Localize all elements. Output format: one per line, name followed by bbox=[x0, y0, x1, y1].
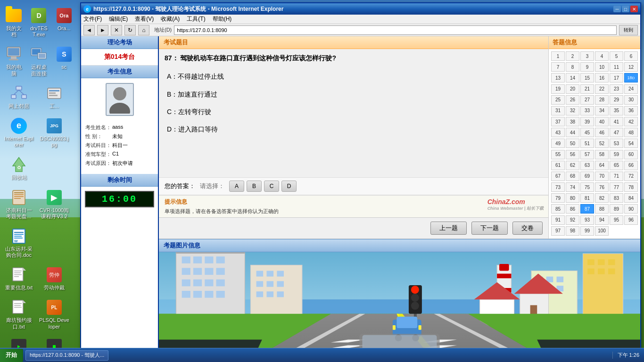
answer-grid-cell-17[interactable]: 17 bbox=[610, 73, 623, 82]
answer-grid-cell-99[interactable]: 99 bbox=[580, 226, 594, 236]
submit-exam-button[interactable]: 交卷 bbox=[512, 222, 543, 235]
answer-grid-cell-41[interactable]: 41 bbox=[610, 117, 623, 126]
desktop-icon-oracle[interactable]: Ora Ora... bbox=[53, 5, 75, 40]
stop-button[interactable]: ✕ bbox=[111, 25, 122, 35]
answer-grid-cell-98[interactable]: 98 bbox=[566, 226, 579, 236]
answer-grid-cell-21[interactable]: 21 bbox=[580, 84, 594, 94]
answer-btn-a[interactable]: A bbox=[229, 181, 244, 192]
answer-grid-cell-58[interactable]: 58 bbox=[595, 150, 609, 159]
answer-grid-cell-63[interactable]: 63 bbox=[580, 161, 594, 170]
answer-grid-cell-82[interactable]: 82 bbox=[595, 193, 609, 203]
answer-grid-cell-91[interactable]: 91 bbox=[551, 215, 565, 225]
answer-grid-cell-52[interactable]: 52 bbox=[595, 139, 609, 148]
close-button[interactable]: ✕ bbox=[630, 6, 638, 12]
menu-tools[interactable]: 工具(T) bbox=[187, 15, 205, 23]
answer-grid-cell-79[interactable]: 79 bbox=[551, 193, 565, 203]
answer-grid-cell-46[interactable]: 46 bbox=[595, 128, 609, 137]
answer-grid-cell-18[interactable]: 18D bbox=[624, 73, 638, 82]
desktop-icon-sc[interactable]: S sc bbox=[53, 43, 75, 79]
answer-grid-cell-7[interactable]: 7 bbox=[551, 62, 565, 72]
answer-grid-cell-85[interactable]: 85 bbox=[551, 204, 565, 214]
answer-grid-cell-97[interactable]: 97 bbox=[551, 226, 565, 236]
answer-grid-cell-33[interactable]: 33 bbox=[580, 106, 594, 115]
desktop-icon-network[interactable]: 网上邻居 bbox=[2, 82, 35, 112]
answer-grid-cell-62[interactable]: 62 bbox=[566, 161, 579, 170]
answer-grid-cell-93[interactable]: 93 bbox=[580, 215, 594, 225]
answer-grid-cell-3[interactable]: 3 bbox=[580, 51, 594, 61]
answer-grid-cell-81[interactable]: 81 bbox=[580, 193, 594, 203]
answer-grid-cell-37[interactable]: 37 bbox=[551, 117, 565, 126]
answer-grid-cell-19[interactable]: 19 bbox=[551, 84, 565, 94]
answer-grid-cell-40[interactable]: 40 bbox=[595, 117, 609, 126]
prev-question-button[interactable]: 上一题 bbox=[430, 222, 467, 235]
next-question-button[interactable]: 下一题 bbox=[471, 222, 508, 235]
answer-grid-cell-74[interactable]: 74 bbox=[566, 182, 579, 192]
answer-grid-cell-31[interactable]: 31 bbox=[551, 106, 565, 115]
desktop-icon-tools[interactable]: 工... bbox=[38, 82, 71, 112]
answer-grid-cell-60[interactable]: 60 bbox=[624, 150, 638, 159]
minimize-button[interactable]: ─ bbox=[613, 6, 621, 12]
answer-grid-cell-80[interactable]: 80 bbox=[566, 193, 579, 203]
answer-grid-cell-42[interactable]: 42 bbox=[624, 117, 638, 126]
answer-grid-cell-12[interactable]: 12 bbox=[624, 62, 638, 72]
go-button[interactable]: 转到 bbox=[619, 25, 638, 35]
answer-grid-cell-22[interactable]: 22 bbox=[595, 84, 609, 94]
maximize-button[interactable]: □ bbox=[622, 6, 629, 12]
answer-grid-cell-28[interactable]: 28 bbox=[595, 95, 609, 105]
answer-grid-cell-30[interactable]: 30 bbox=[624, 95, 638, 105]
back-button[interactable]: ◄ bbox=[83, 25, 95, 35]
desktop-icon-jiaocai[interactable]: 济南科目一考题光盘... bbox=[2, 187, 35, 222]
answer-grid-cell-2[interactable]: 2 bbox=[566, 51, 579, 61]
address-bar[interactable] bbox=[174, 25, 617, 35]
answer-grid-cell-8[interactable]: 8 bbox=[566, 62, 579, 72]
home-button[interactable]: ⌂ bbox=[138, 25, 149, 35]
refresh-button[interactable]: ↻ bbox=[124, 25, 136, 35]
answer-grid-cell-92[interactable]: 92 bbox=[566, 215, 579, 225]
answer-grid-cell-47[interactable]: 47 bbox=[610, 128, 623, 137]
answer-btn-b[interactable]: B bbox=[247, 181, 262, 192]
answer-grid-cell-84[interactable]: 84 bbox=[624, 193, 638, 203]
answer-grid-cell-35[interactable]: 35 bbox=[610, 106, 623, 115]
answer-grid-cell-73[interactable]: 73 bbox=[551, 182, 565, 192]
desktop-icon-drvtest[interactable]: D drvTEST.exe bbox=[27, 5, 50, 40]
answer-grid-cell-77[interactable]: 77 bbox=[610, 182, 623, 192]
answer-grid-cell-48[interactable]: 48 bbox=[624, 128, 638, 137]
answer-grid-cell-36[interactable]: 36 bbox=[624, 106, 638, 115]
answer-grid-cell-13[interactable]: 13 bbox=[551, 73, 565, 82]
answer-grid-cell-4[interactable]: 4 bbox=[595, 51, 609, 61]
answer-grid-cell-43[interactable]: 43 bbox=[551, 128, 565, 137]
answer-grid-cell-89[interactable]: 89 bbox=[610, 204, 623, 214]
answer-grid-cell-16[interactable]: 16 bbox=[595, 73, 609, 82]
answer-grid-cell-14[interactable]: 14 bbox=[566, 73, 579, 82]
answer-grid-cell-87[interactable]: 87 bbox=[580, 204, 594, 214]
desktop-icon-dscn[interactable]: JPG DSCN0023.jpg bbox=[38, 115, 71, 150]
forward-button[interactable]: ► bbox=[97, 25, 108, 35]
answer-grid-cell-54[interactable]: 54 bbox=[624, 139, 638, 148]
answer-grid-cell-94[interactable]: 94 bbox=[595, 215, 609, 225]
answer-grid-cell-53[interactable]: 53 bbox=[610, 139, 623, 148]
desktop-icon-my-computer[interactable]: 我的电脑 bbox=[2, 43, 25, 79]
option-c[interactable]: C：左转弯行驶 bbox=[165, 103, 543, 121]
answer-grid-cell-57[interactable]: 57 bbox=[580, 150, 594, 159]
answer-grid-cell-67[interactable]: 67 bbox=[551, 172, 565, 181]
answer-grid-cell-56[interactable]: 56 bbox=[566, 150, 579, 159]
answer-grid-cell-78[interactable]: 78 bbox=[624, 182, 638, 192]
menu-file[interactable]: 文件(F) bbox=[83, 15, 102, 23]
answer-btn-c[interactable]: C bbox=[264, 181, 279, 192]
answer-grid-cell-34[interactable]: 34 bbox=[595, 106, 609, 115]
menu-fav[interactable]: 收藏(A) bbox=[161, 15, 180, 23]
option-a[interactable]: A：不得越过停止线 bbox=[165, 68, 543, 85]
answer-grid-cell-95[interactable]: 95 bbox=[610, 215, 623, 225]
answer-grid-cell-49[interactable]: 49 bbox=[551, 139, 565, 148]
desktop-icon-important[interactable]: 重要信息.txt bbox=[2, 264, 35, 293]
menu-edit[interactable]: 编辑(E) bbox=[109, 15, 128, 23]
answer-grid-cell-66[interactable]: 66 bbox=[624, 161, 638, 170]
answer-grid-cell-65[interactable]: 65 bbox=[610, 161, 623, 170]
answer-grid-cell-100[interactable]: 100 bbox=[595, 226, 609, 236]
answer-grid-cell-64[interactable]: 64 bbox=[595, 161, 609, 170]
answer-grid-cell-45[interactable]: 45 bbox=[580, 128, 594, 137]
desktop-icon-plsql[interactable]: PL PLSQL Developer bbox=[38, 296, 71, 332]
desktop-icon-labor[interactable]: 劳仲 劳动仲裁 bbox=[38, 264, 71, 293]
answer-grid-cell-61[interactable]: 61 bbox=[551, 161, 565, 170]
answer-grid-cell-88[interactable]: 88 bbox=[595, 204, 609, 214]
